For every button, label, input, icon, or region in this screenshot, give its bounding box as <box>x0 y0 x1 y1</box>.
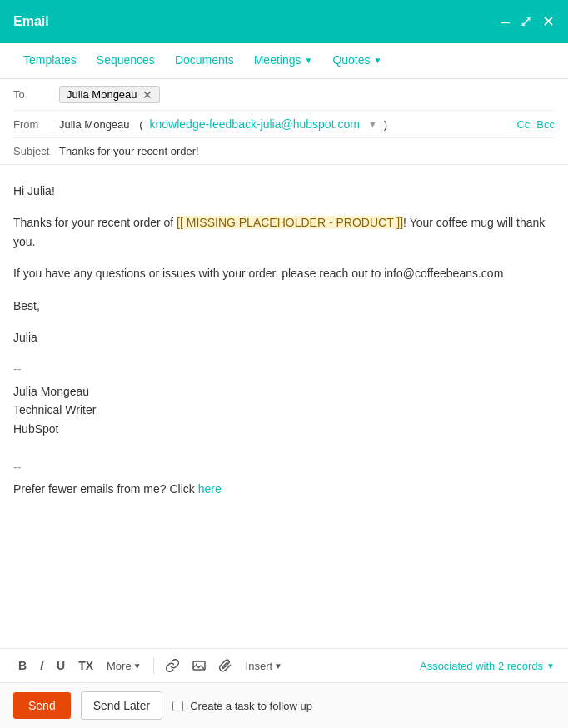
footer-sep: -- <box>13 458 555 476</box>
tab-documents[interactable]: Documents <box>165 43 244 78</box>
body-line2: If you have any questions or issues with… <box>13 264 555 282</box>
followup-label: Create a task to follow up <box>190 700 312 712</box>
to-value: Julia Mongeau ✕ <box>59 86 555 103</box>
subject-row: Subject Thanks for your recent order! <box>13 138 555 164</box>
tab-sequences[interactable]: Sequences <box>87 43 165 78</box>
cc-toggle[interactable]: Cc <box>516 118 530 131</box>
to-recipient-name: Julia Mongeau <box>67 88 137 101</box>
to-label: To <box>13 88 59 101</box>
underline-button[interactable]: U <box>52 656 70 676</box>
from-value: Julia Mongeau ( knowledge-feedback-julia… <box>59 117 516 131</box>
signature-block: Julia Mongeau Technical Writer HubSpot <box>13 382 555 438</box>
quotes-chevron-icon: ▼ <box>374 56 382 65</box>
to-row: To Julia Mongeau ✕ <box>13 79 555 111</box>
email-modal: Email – ⤢ ✕ Templates Sequences Document… <box>0 0 568 728</box>
sig-line1: Julia Mongeau <box>13 382 555 401</box>
send-button[interactable]: Send <box>13 692 71 719</box>
subject-label: Subject <box>13 145 59 157</box>
strikethrough-button[interactable]: TX <box>73 656 98 676</box>
footer-text: Prefer fewer emails from me? Click here <box>13 480 555 498</box>
associated-chevron-icon: ▼ <box>546 661 555 671</box>
attachment-button[interactable] <box>214 656 237 676</box>
closing: Best, <box>13 297 555 315</box>
greeting: Hi Julia! <box>13 182 555 200</box>
meetings-chevron-icon: ▼ <box>305 56 313 65</box>
tab-quotes[interactable]: Quotes ▼ <box>322 43 391 78</box>
nav-tabs: Templates Sequences Documents Meetings ▼… <box>0 43 568 79</box>
followup-checkbox[interactable] <box>172 701 183 711</box>
placeholder-product: [[ MISSING PLACEHOLDER - PRODUCT ]] <box>177 216 403 229</box>
email-footer: Send Send Later Create a task to follow … <box>0 682 568 728</box>
remove-recipient-icon[interactable]: ✕ <box>142 89 152 101</box>
modal-title: Email <box>13 14 49 29</box>
from-label: From <box>13 118 59 131</box>
link-button[interactable] <box>161 656 184 676</box>
from-actions: Cc Bcc <box>516 118 555 131</box>
bold-button[interactable]: B <box>13 656 32 676</box>
associated-records-button[interactable]: Associated with 2 records ▼ <box>420 660 555 672</box>
modal-header: Email – ⤢ ✕ <box>0 0 568 43</box>
modal-header-actions: – ⤢ ✕ <box>501 14 555 29</box>
close-icon[interactable]: ✕ <box>542 14 555 29</box>
from-email[interactable]: knowledge-feedback-julia@hubspot.com <box>150 117 360 131</box>
tab-meetings[interactable]: Meetings ▼ <box>244 43 323 78</box>
toolbar: B I U TX More ▼ Insert <box>0 648 568 682</box>
from-dropdown-icon[interactable]: ▼ <box>368 119 377 129</box>
sig-line2: Technical Writer <box>13 401 555 419</box>
subject-value: Thanks for your recent order! <box>59 145 555 157</box>
expand-icon[interactable]: ⤢ <box>520 14 532 29</box>
email-fields: To Julia Mongeau ✕ From Julia Mongeau ( … <box>0 79 568 165</box>
insert-button[interactable]: Insert ▼ <box>241 656 287 676</box>
bcc-toggle[interactable]: Bcc <box>536 118 555 131</box>
body-line1: Thanks for your recent order of [[ MISSI… <box>13 213 555 251</box>
insert-chevron-icon: ▼ <box>274 661 282 671</box>
more-button[interactable]: More ▼ <box>102 656 147 676</box>
image-button[interactable] <box>187 656 211 676</box>
email-body[interactable]: Hi Julia! Thanks for your recent order o… <box>0 165 568 648</box>
signature-name: Julia <box>13 328 555 347</box>
sig-line3: HubSpot <box>13 420 555 438</box>
italic-button[interactable]: I <box>35 656 48 676</box>
from-name: Julia Mongeau <box>59 118 130 131</box>
subject-text[interactable]: Thanks for your recent order! <box>59 145 199 157</box>
footer-link[interactable]: here <box>198 482 222 496</box>
more-chevron-icon: ▼ <box>133 661 142 671</box>
sig-sep: -- <box>13 360 555 378</box>
followup-checkbox-row[interactable]: Create a task to follow up <box>172 700 312 712</box>
send-later-button[interactable]: Send Later <box>81 691 163 720</box>
toolbar-separator <box>153 657 154 674</box>
to-chip: Julia Mongeau ✕ <box>59 86 160 103</box>
minimize-icon[interactable]: – <box>501 14 510 29</box>
from-row: From Julia Mongeau ( knowledge-feedback-… <box>13 111 555 138</box>
tab-templates[interactable]: Templates <box>13 43 87 78</box>
toolbar-right: Associated with 2 records ▼ <box>420 660 555 672</box>
